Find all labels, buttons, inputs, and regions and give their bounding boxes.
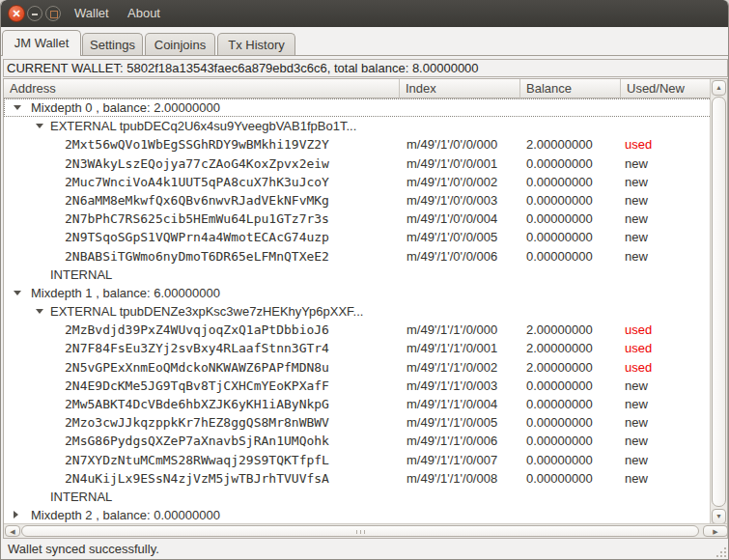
collapse-arrow-icon[interactable]: [36, 309, 43, 314]
cell-balance: 2.00000000: [520, 339, 621, 357]
cell-used-new: new: [621, 413, 712, 432]
tree-row-address[interactable]: 2N5vGPExXnmEoQMdckoNKWAWZ6PAPfMDN8um/49'…: [4, 358, 712, 377]
cell-address: 2N7bPhC7RS625cib5HEmWu64Lpu1GTz7r3s: [4, 210, 400, 228]
tree-row-address[interactable]: 2NBABSiTGWmo6nyDmoT6DR65eLFMnQTXeE2m/49'…: [4, 247, 712, 266]
tree-row-address[interactable]: 2N4E9DcKMe5JG9TqBv8TjCXHCmYEoKPXafFm/49'…: [4, 377, 712, 395]
vertical-scrollbar[interactable]: ▲ ▼: [710, 79, 727, 525]
cell-balance: [520, 506, 621, 524]
cell-used-new: new: [621, 377, 712, 395]
close-icon[interactable]: ✕: [8, 5, 25, 22]
cell-used-new: new: [621, 469, 712, 488]
cell-used-new: [621, 117, 712, 135]
tree-row-address[interactable]: 2N7XYDzNtuMCmMS28RWwaqj29S9TQKTfpfLm/49'…: [4, 451, 712, 469]
horizontal-scrollbar[interactable]: ◀ ▶: [4, 523, 728, 538]
cell-used-new: used: [621, 135, 712, 154]
cell-index: m/49'/1'/0'/0/003: [400, 191, 520, 210]
status-message: Wallet synced successfully.: [8, 542, 159, 556]
cell-address: Mixdepth 1 , balance: 6.00000000: [4, 284, 400, 302]
node-label: Mixdepth 1 , balance: 6.00000000: [31, 284, 220, 302]
cell-balance: 2.00000000: [520, 321, 621, 339]
jm-wallet-tab-pane: CURRENT WALLET: 5802f18a13543faec6a879eb…: [1, 55, 729, 538]
tree-row-address[interactable]: 2N3WAkyLszEQojya77cZAoG4KoxZpvx2eiwm/49'…: [4, 154, 712, 173]
column-header-address[interactable]: Address: [4, 79, 400, 98]
scroll-left-icon[interactable]: ◀: [5, 525, 20, 537]
tab-jm-wallet[interactable]: JM Wallet: [2, 30, 81, 56]
tab-bar: JM Wallet Settings Coinjoins Tx History: [1, 27, 729, 56]
vertical-scrollbar-thumb[interactable]: [712, 97, 726, 507]
tree-row-branch[interactable]: EXTERNAL tpubDECq2U6x4su9YveegbVAB1fpBo1…: [4, 117, 712, 135]
tree-row-address[interactable]: 2N6aMM8eMkwfQx6QBv6nwvRJadVEkNFvMKgm/49'…: [4, 191, 712, 210]
tree-row-mixdepth[interactable]: Mixdepth 0 , balance: 2.00000000: [4, 98, 712, 117]
menu-wallet[interactable]: Wallet: [69, 0, 115, 27]
tree-row-address[interactable]: 2N7bPhC7RS625cib5HEmWu64Lpu1GTz7r3sm/49'…: [4, 210, 712, 228]
cell-balance: 0.00000000: [520, 154, 621, 173]
tree-row-address[interactable]: 2MsG86PydgsQXZeP7aXnavbSjRAn1UMQohkm/49'…: [4, 432, 712, 450]
tree-row-branch[interactable]: INTERNAL: [4, 488, 712, 506]
address-text: 2MzBvdjd39PxZ4WUvqjoqZxQ1aPtDbbioJ6: [65, 321, 329, 339]
cell-used-new: new: [621, 247, 712, 266]
cell-balance: 2.00000000: [520, 135, 621, 154]
cell-address: INTERNAL: [4, 266, 400, 284]
column-header-index[interactable]: Index: [400, 79, 520, 98]
cell-index: m/49'/1'/1'/0/004: [400, 395, 520, 413]
node-label: INTERNAL: [50, 488, 112, 506]
cell-address: INTERNAL: [4, 488, 400, 506]
tree-row-branch[interactable]: INTERNAL: [4, 266, 712, 284]
cell-used-new: used: [621, 339, 712, 357]
cell-address: EXTERNAL tpubDENZe3xpKsc3we7zHEKhyYp6pXX…: [4, 302, 400, 321]
cell-used-new: new: [621, 451, 712, 469]
cell-used-new: [621, 302, 712, 321]
wallet-tree: Address Index Balance Used/New Mixdepth …: [3, 78, 728, 539]
tree-row-branch[interactable]: EXTERNAL tpubDENZe3xpKsc3we7zHEKhyYp6pXX…: [4, 302, 712, 321]
cell-used-new: [621, 488, 712, 506]
cell-balance: [520, 266, 621, 284]
cell-used-new: new: [621, 154, 712, 173]
cell-index: m/49'/1'/1'/0/006: [400, 432, 520, 450]
tree-row-address[interactable]: 2Mzo3cwJJkqzppkKr7hEZ8ggQS8Mr8nWBWVm/49'…: [4, 413, 712, 432]
cell-balance: 0.00000000: [520, 210, 621, 228]
scroll-down-icon[interactable]: ▼: [712, 509, 726, 524]
cell-used-new: [621, 506, 712, 524]
address-text: 2N7XYDzNtuMCmMS28RWwaqj29S9TQKTfpfL: [65, 451, 329, 469]
scroll-up-icon[interactable]: ▲: [712, 80, 726, 96]
tree-row-address[interactable]: 2N7F84FsEu3ZYj2svBxy4RLaafStnn3GTr4m/49'…: [4, 339, 712, 357]
tree-row-mixdepth[interactable]: Mixdepth 2 , balance: 0.00000000: [4, 506, 712, 524]
tree-row-address[interactable]: 2N4uKijLx9ESsN4zjVzM5jwTBJrhTVUVfsAm/49'…: [4, 469, 712, 488]
cell-index: m/49'/1'/0'/0/004: [400, 210, 520, 228]
column-header-used-new[interactable]: Used/New: [621, 79, 712, 98]
minimize-icon[interactable]: [27, 6, 42, 21]
column-header-balance[interactable]: Balance: [520, 79, 621, 98]
tree-row-mixdepth[interactable]: Mixdepth 1 , balance: 6.00000000: [4, 284, 712, 302]
cell-address: 2N9TSqoSGpS1VQWPrn4a4WmotECAcG74uzp: [4, 228, 400, 246]
tree-row-address[interactable]: 2Mxt56wQVo1WbEgSSGhRDY9wBMkhi19VZ2Ym/49'…: [4, 135, 712, 154]
collapse-arrow-icon[interactable]: [14, 105, 21, 110]
tab-coinjoins[interactable]: Coinjoins: [145, 33, 215, 56]
expand-arrow-icon[interactable]: [14, 511, 18, 518]
cell-used-new: new: [621, 173, 712, 191]
collapse-arrow-icon[interactable]: [14, 291, 21, 295]
status-bar: Wallet synced successfully.: [1, 538, 729, 560]
maximize-icon[interactable]: [45, 6, 61, 21]
tree-row-address[interactable]: 2MzBvdjd39PxZ4WUvqjoqZxQ1aPtDbbioJ6m/49'…: [4, 321, 712, 339]
cell-index: m/49'/1'/1'/0/008: [400, 469, 520, 488]
collapse-arrow-icon[interactable]: [36, 124, 43, 128]
horizontal-scrollbar-thumb[interactable]: [21, 525, 699, 537]
cell-address: 2N6aMM8eMkwfQx6QBv6nwvRJadVEkNFvMKg: [4, 191, 400, 210]
node-label: Mixdepth 0 , balance: 2.00000000: [31, 98, 220, 117]
resize-grip-icon[interactable]: [716, 547, 718, 549]
cell-balance: [520, 302, 621, 321]
cell-address: 2N4E9DcKMe5JG9TqBv8TjCXHCmYEoKPXafF: [4, 377, 400, 395]
tree-row-address[interactable]: 2Muc7WnciVoA4k1UUT5qPA8cuX7hK3uJcoYm/49'…: [4, 173, 712, 191]
tree-row-address[interactable]: 2N9TSqoSGpS1VQWPrn4a4WmotECAcG74uzpm/49'…: [4, 228, 712, 246]
address-text: 2N9TSqoSGpS1VQWPrn4a4WmotECAcG74uzp: [65, 228, 329, 246]
menu-about[interactable]: About: [122, 0, 166, 27]
scroll-right-icon[interactable]: ▶: [703, 525, 728, 537]
cell-index: m/49'/1'/1'/0/003: [400, 377, 520, 395]
tree-header: Address Index Balance Used/New: [4, 79, 712, 98]
tree-row-address[interactable]: 2Mw5ABKT4DcVBde6hbXZJK6yKH1iAByNkpGm/49'…: [4, 395, 712, 413]
node-label: EXTERNAL tpubDECq2U6x4su9YveegbVAB1fpBo1…: [50, 117, 356, 135]
address-text: 2Muc7WnciVoA4k1UUT5qPA8cuX7hK3uJcoY: [65, 173, 329, 191]
tab-settings[interactable]: Settings: [82, 33, 143, 56]
cell-index: m/49'/1'/0'/0/006: [400, 247, 520, 266]
tab-tx-history[interactable]: Tx History: [217, 33, 295, 56]
